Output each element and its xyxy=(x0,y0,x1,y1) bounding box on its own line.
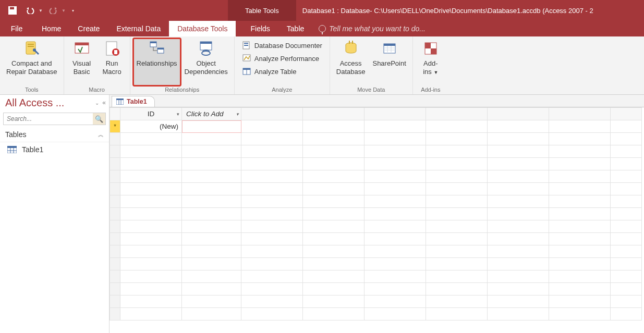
undo-button[interactable] xyxy=(23,3,38,18)
svg-rect-37 xyxy=(425,43,431,48)
button-label: SharePoint xyxy=(372,59,406,68)
tab-create[interactable]: Create xyxy=(69,21,108,36)
analyze-performance-button[interactable]: Analyze Performance xyxy=(240,53,324,64)
empty-cell[interactable] xyxy=(611,120,642,133)
tab-database-tools[interactable]: Database Tools xyxy=(169,21,236,36)
group-label: Analyze xyxy=(272,85,292,94)
search-icon[interactable]: 🔍 xyxy=(93,113,105,125)
empty-cell[interactable] xyxy=(549,120,611,133)
document-tab-label: Table1 xyxy=(127,98,147,105)
svg-rect-8 xyxy=(28,46,34,47)
svg-rect-18 xyxy=(157,48,164,50)
ribbon: Compact and Repair Database Tools Visual… xyxy=(0,36,644,95)
documenter-icon xyxy=(242,41,251,50)
tab-fields[interactable]: Fields xyxy=(242,21,278,36)
addins-button[interactable]: Add- ins ▼ xyxy=(416,39,445,85)
tab-external-data[interactable]: External Data xyxy=(108,21,169,36)
relationships-icon xyxy=(148,40,166,57)
save-button[interactable] xyxy=(5,3,20,18)
visual-basic-icon xyxy=(73,40,91,57)
analyze-table-button[interactable]: Analyze Table xyxy=(240,66,324,77)
column-dropdown-icon[interactable]: ▾ xyxy=(177,112,179,117)
datasheet[interactable]: ID ▾ Click to Add ▾ * xyxy=(110,107,644,333)
tab-file[interactable]: File xyxy=(0,21,33,36)
nav-dropdown-icon[interactable]: ⌄ xyxy=(95,100,99,106)
ribbon-tab-strip: File Home Create External Data Database … xyxy=(0,21,644,36)
group-addins: Add- ins ▼ Add-ins xyxy=(413,36,448,94)
main-area: All Access ... ⌄ « 🔍 Tables ︽ Table1 Tab… xyxy=(0,95,644,333)
tab-table[interactable]: Table xyxy=(278,21,312,36)
svg-rect-40 xyxy=(7,146,17,148)
run-macro-button[interactable]: Run Macro xyxy=(98,39,127,85)
compact-repair-icon xyxy=(23,40,41,57)
button-label: Analyze Table xyxy=(254,68,297,76)
window-title: Database1 : Database- C:\Users\DELL\OneD… xyxy=(296,0,644,21)
object-dependencies-button[interactable]: Object Dependencies xyxy=(181,39,231,85)
tell-me-placeholder: Tell me what you want to do... xyxy=(329,24,426,33)
qat-customize-icon[interactable]: ▾ xyxy=(72,8,74,13)
id-cell[interactable]: (New) xyxy=(120,120,182,133)
save-icon xyxy=(8,6,17,15)
relationships-button[interactable]: Relationships xyxy=(133,39,180,85)
group-label: Move Data xyxy=(357,85,385,94)
blank-column xyxy=(241,108,303,120)
svg-rect-16 xyxy=(150,42,156,43)
empty-cell[interactable] xyxy=(426,120,488,133)
blank-column xyxy=(549,108,611,120)
nav-search: 🔍 xyxy=(3,113,106,125)
compact-repair-button[interactable]: Compact and Repair Database xyxy=(3,39,60,85)
row-selector[interactable]: * xyxy=(110,120,120,133)
button-label: Visual Basic xyxy=(72,59,91,77)
category-label: Tables xyxy=(5,130,26,139)
svg-rect-45 xyxy=(116,98,124,100)
group-macro: Visual Basic Run Macro Macro xyxy=(64,36,130,94)
visual-basic-button[interactable]: Visual Basic xyxy=(67,39,96,85)
column-label: Click to Add xyxy=(186,110,224,118)
title-bar: ▼ ▼ ▾ Table Tools Database1 : Database- … xyxy=(0,0,644,21)
tell-me-box[interactable]: Tell me what you want to do... xyxy=(312,21,432,36)
run-macro-icon xyxy=(103,40,121,57)
nav-header[interactable]: All Access ... ⌄ « xyxy=(0,95,109,110)
group-label: Relationships xyxy=(165,85,199,94)
redo-button[interactable] xyxy=(46,3,60,18)
empty-cell[interactable] xyxy=(364,120,426,133)
new-record-row[interactable]: * (New) xyxy=(110,120,642,133)
access-database-button[interactable]: Access Database xyxy=(333,39,369,85)
contextual-tab-title: Table Tools xyxy=(228,0,296,21)
svg-rect-3 xyxy=(10,7,14,9)
empty-cell[interactable] xyxy=(303,120,364,133)
column-header-add[interactable]: Click to Add ▾ xyxy=(182,108,241,120)
empty-cell[interactable] xyxy=(488,120,549,133)
nav-collapse-icon[interactable]: « xyxy=(102,99,106,106)
document-tab-table1[interactable]: Table1 xyxy=(112,96,155,107)
datasheet-table: ID ▾ Click to Add ▾ * xyxy=(110,107,642,320)
redo-icon xyxy=(48,7,58,14)
undo-dropdown-icon[interactable]: ▼ xyxy=(39,8,43,13)
search-input[interactable] xyxy=(4,115,93,122)
document-area: Table1 ID ▾ Click to Add ▾ xyxy=(110,95,644,333)
sharepoint-icon xyxy=(381,40,398,57)
column-header-id[interactable]: ID ▾ xyxy=(120,108,182,120)
nav-title: All Access ... xyxy=(5,97,92,109)
group-analyze: Database Documenter Analyze Performance … xyxy=(235,36,330,94)
access-database-icon xyxy=(342,40,360,57)
svg-rect-31 xyxy=(384,44,395,46)
select-all-cell[interactable] xyxy=(110,108,120,120)
blank-column xyxy=(364,108,426,120)
column-dropdown-icon[interactable]: ▾ xyxy=(236,112,239,117)
tab-home[interactable]: Home xyxy=(33,21,69,36)
blank-column xyxy=(488,108,549,120)
nav-item-table1[interactable]: Table1 xyxy=(0,142,109,157)
database-documenter-button[interactable]: Database Documenter xyxy=(240,40,324,51)
empty-cell[interactable] xyxy=(241,120,303,133)
svg-rect-7 xyxy=(28,44,34,45)
lightbulb-icon xyxy=(319,25,326,32)
active-cell[interactable] xyxy=(182,120,241,133)
redo-dropdown-icon[interactable]: ▼ xyxy=(62,8,66,13)
svg-rect-24 xyxy=(244,45,248,46)
addins-icon xyxy=(422,40,440,57)
column-label: ID xyxy=(148,110,155,118)
nav-item-label: Table1 xyxy=(22,145,43,154)
nav-category-tables[interactable]: Tables ︽ xyxy=(0,127,109,142)
sharepoint-button[interactable]: SharePoint xyxy=(369,39,409,85)
